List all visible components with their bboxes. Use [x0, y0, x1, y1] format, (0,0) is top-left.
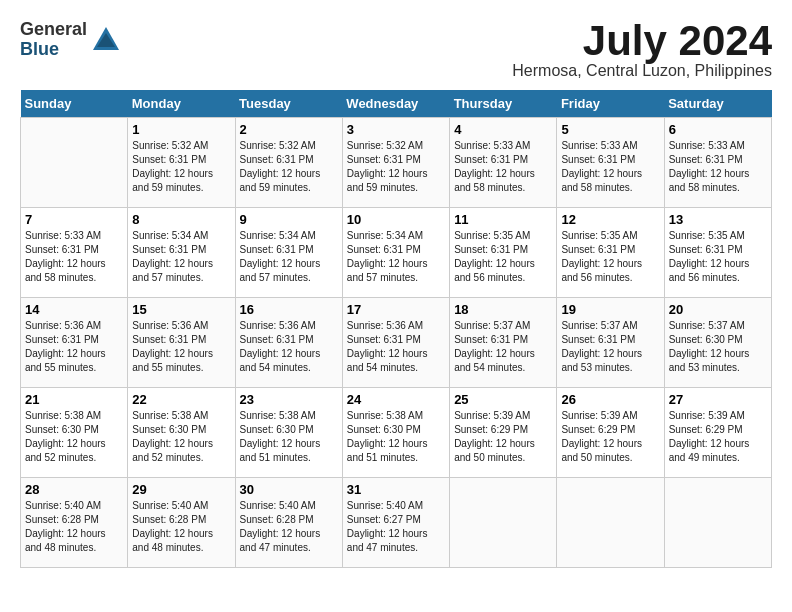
day-cell: 29 Sunrise: 5:40 AM Sunset: 6:28 PM Dayl…	[128, 478, 235, 568]
header-monday: Monday	[128, 90, 235, 118]
day-number: 15	[132, 302, 230, 317]
day-cell: 28 Sunrise: 5:40 AM Sunset: 6:28 PM Dayl…	[21, 478, 128, 568]
header-tuesday: Tuesday	[235, 90, 342, 118]
day-cell: 11 Sunrise: 5:35 AM Sunset: 6:31 PM Dayl…	[450, 208, 557, 298]
day-info: Sunrise: 5:32 AM Sunset: 6:31 PM Dayligh…	[347, 139, 445, 195]
day-number: 16	[240, 302, 338, 317]
day-info: Sunrise: 5:35 AM Sunset: 6:31 PM Dayligh…	[454, 229, 552, 285]
page-header: General Blue July 2024 Hermosa, Central …	[20, 20, 772, 80]
day-cell: 17 Sunrise: 5:36 AM Sunset: 6:31 PM Dayl…	[342, 298, 449, 388]
month-title: July 2024	[512, 20, 772, 62]
day-info: Sunrise: 5:32 AM Sunset: 6:31 PM Dayligh…	[240, 139, 338, 195]
week-row-3: 21 Sunrise: 5:38 AM Sunset: 6:30 PM Dayl…	[21, 388, 772, 478]
day-info: Sunrise: 5:34 AM Sunset: 6:31 PM Dayligh…	[347, 229, 445, 285]
day-info: Sunrise: 5:40 AM Sunset: 6:27 PM Dayligh…	[347, 499, 445, 555]
header-thursday: Thursday	[450, 90, 557, 118]
day-cell: 7 Sunrise: 5:33 AM Sunset: 6:31 PM Dayli…	[21, 208, 128, 298]
day-info: Sunrise: 5:33 AM Sunset: 6:31 PM Dayligh…	[669, 139, 767, 195]
day-number: 27	[669, 392, 767, 407]
day-info: Sunrise: 5:37 AM Sunset: 6:30 PM Dayligh…	[669, 319, 767, 375]
day-info: Sunrise: 5:35 AM Sunset: 6:31 PM Dayligh…	[561, 229, 659, 285]
day-number: 8	[132, 212, 230, 227]
day-number: 20	[669, 302, 767, 317]
logo: General Blue	[20, 20, 121, 60]
day-info: Sunrise: 5:33 AM Sunset: 6:31 PM Dayligh…	[561, 139, 659, 195]
day-info: Sunrise: 5:35 AM Sunset: 6:31 PM Dayligh…	[669, 229, 767, 285]
day-number: 2	[240, 122, 338, 137]
day-number: 31	[347, 482, 445, 497]
day-cell: 9 Sunrise: 5:34 AM Sunset: 6:31 PM Dayli…	[235, 208, 342, 298]
week-row-2: 14 Sunrise: 5:36 AM Sunset: 6:31 PM Dayl…	[21, 298, 772, 388]
day-number: 23	[240, 392, 338, 407]
week-row-0: 1 Sunrise: 5:32 AM Sunset: 6:31 PM Dayli…	[21, 118, 772, 208]
day-cell: 31 Sunrise: 5:40 AM Sunset: 6:27 PM Dayl…	[342, 478, 449, 568]
location-title: Hermosa, Central Luzon, Philippines	[512, 62, 772, 80]
day-info: Sunrise: 5:38 AM Sunset: 6:30 PM Dayligh…	[25, 409, 123, 465]
day-info: Sunrise: 5:39 AM Sunset: 6:29 PM Dayligh…	[669, 409, 767, 465]
header-sunday: Sunday	[21, 90, 128, 118]
day-cell: 1 Sunrise: 5:32 AM Sunset: 6:31 PM Dayli…	[128, 118, 235, 208]
day-cell: 3 Sunrise: 5:32 AM Sunset: 6:31 PM Dayli…	[342, 118, 449, 208]
week-row-1: 7 Sunrise: 5:33 AM Sunset: 6:31 PM Dayli…	[21, 208, 772, 298]
day-info: Sunrise: 5:37 AM Sunset: 6:31 PM Dayligh…	[561, 319, 659, 375]
day-info: Sunrise: 5:38 AM Sunset: 6:30 PM Dayligh…	[240, 409, 338, 465]
day-cell: 25 Sunrise: 5:39 AM Sunset: 6:29 PM Dayl…	[450, 388, 557, 478]
day-info: Sunrise: 5:33 AM Sunset: 6:31 PM Dayligh…	[25, 229, 123, 285]
day-info: Sunrise: 5:38 AM Sunset: 6:30 PM Dayligh…	[347, 409, 445, 465]
day-number: 26	[561, 392, 659, 407]
day-info: Sunrise: 5:36 AM Sunset: 6:31 PM Dayligh…	[25, 319, 123, 375]
day-number: 13	[669, 212, 767, 227]
day-number: 14	[25, 302, 123, 317]
day-cell: 23 Sunrise: 5:38 AM Sunset: 6:30 PM Dayl…	[235, 388, 342, 478]
day-cell: 19 Sunrise: 5:37 AM Sunset: 6:31 PM Dayl…	[557, 298, 664, 388]
day-cell: 24 Sunrise: 5:38 AM Sunset: 6:30 PM Dayl…	[342, 388, 449, 478]
day-number: 11	[454, 212, 552, 227]
day-cell: 27 Sunrise: 5:39 AM Sunset: 6:29 PM Dayl…	[664, 388, 771, 478]
day-number: 28	[25, 482, 123, 497]
day-info: Sunrise: 5:36 AM Sunset: 6:31 PM Dayligh…	[347, 319, 445, 375]
logo-general: General	[20, 20, 87, 40]
day-info: Sunrise: 5:32 AM Sunset: 6:31 PM Dayligh…	[132, 139, 230, 195]
day-cell	[450, 478, 557, 568]
day-cell: 18 Sunrise: 5:37 AM Sunset: 6:31 PM Dayl…	[450, 298, 557, 388]
day-cell: 26 Sunrise: 5:39 AM Sunset: 6:29 PM Dayl…	[557, 388, 664, 478]
day-number: 4	[454, 122, 552, 137]
day-cell	[557, 478, 664, 568]
day-number: 21	[25, 392, 123, 407]
day-info: Sunrise: 5:40 AM Sunset: 6:28 PM Dayligh…	[132, 499, 230, 555]
day-info: Sunrise: 5:36 AM Sunset: 6:31 PM Dayligh…	[240, 319, 338, 375]
day-number: 5	[561, 122, 659, 137]
day-number: 3	[347, 122, 445, 137]
day-info: Sunrise: 5:40 AM Sunset: 6:28 PM Dayligh…	[240, 499, 338, 555]
day-cell: 16 Sunrise: 5:36 AM Sunset: 6:31 PM Dayl…	[235, 298, 342, 388]
day-number: 1	[132, 122, 230, 137]
day-cell: 10 Sunrise: 5:34 AM Sunset: 6:31 PM Dayl…	[342, 208, 449, 298]
logo-blue: Blue	[20, 40, 87, 60]
day-cell: 21 Sunrise: 5:38 AM Sunset: 6:30 PM Dayl…	[21, 388, 128, 478]
day-cell: 4 Sunrise: 5:33 AM Sunset: 6:31 PM Dayli…	[450, 118, 557, 208]
day-number: 17	[347, 302, 445, 317]
day-cell: 20 Sunrise: 5:37 AM Sunset: 6:30 PM Dayl…	[664, 298, 771, 388]
day-info: Sunrise: 5:39 AM Sunset: 6:29 PM Dayligh…	[454, 409, 552, 465]
day-info: Sunrise: 5:34 AM Sunset: 6:31 PM Dayligh…	[240, 229, 338, 285]
title-section: July 2024 Hermosa, Central Luzon, Philip…	[512, 20, 772, 80]
day-info: Sunrise: 5:36 AM Sunset: 6:31 PM Dayligh…	[132, 319, 230, 375]
day-number: 19	[561, 302, 659, 317]
day-cell: 8 Sunrise: 5:34 AM Sunset: 6:31 PM Dayli…	[128, 208, 235, 298]
header-friday: Friday	[557, 90, 664, 118]
day-cell: 22 Sunrise: 5:38 AM Sunset: 6:30 PM Dayl…	[128, 388, 235, 478]
calendar-table: Sunday Monday Tuesday Wednesday Thursday…	[20, 90, 772, 568]
day-number: 6	[669, 122, 767, 137]
day-number: 9	[240, 212, 338, 227]
day-info: Sunrise: 5:34 AM Sunset: 6:31 PM Dayligh…	[132, 229, 230, 285]
day-number: 25	[454, 392, 552, 407]
day-info: Sunrise: 5:40 AM Sunset: 6:28 PM Dayligh…	[25, 499, 123, 555]
header-row: Sunday Monday Tuesday Wednesday Thursday…	[21, 90, 772, 118]
day-info: Sunrise: 5:37 AM Sunset: 6:31 PM Dayligh…	[454, 319, 552, 375]
day-cell	[664, 478, 771, 568]
day-info: Sunrise: 5:38 AM Sunset: 6:30 PM Dayligh…	[132, 409, 230, 465]
day-number: 24	[347, 392, 445, 407]
week-row-4: 28 Sunrise: 5:40 AM Sunset: 6:28 PM Dayl…	[21, 478, 772, 568]
day-number: 22	[132, 392, 230, 407]
day-number: 12	[561, 212, 659, 227]
